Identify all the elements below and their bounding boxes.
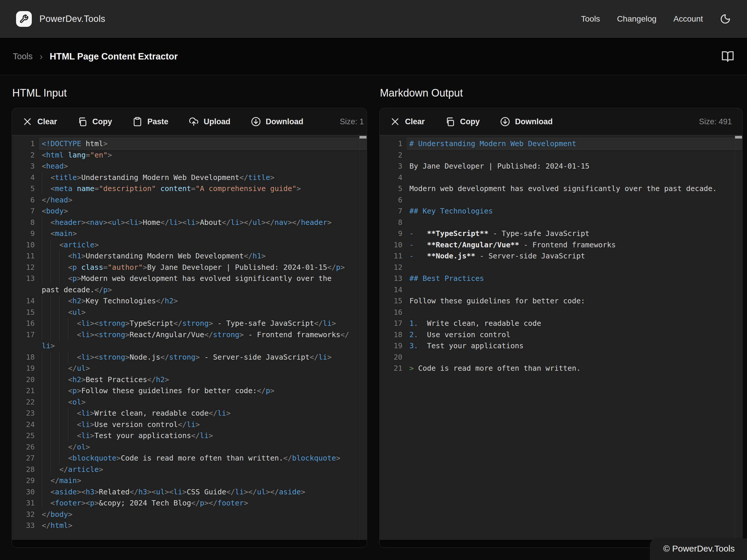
copy-button[interactable]: Copy <box>445 117 480 127</box>
wrench-icon <box>16 11 32 27</box>
line-number: 16 <box>380 307 403 318</box>
line-number: 13 <box>12 273 35 284</box>
indent-guide <box>42 453 50 464</box>
line-number: 18 <box>380 329 403 341</box>
clear-button[interactable]: Clear <box>390 117 425 127</box>
button-label: Upload <box>204 117 231 126</box>
code-line: 9- **TypeScript** - Type-safe JavaScript <box>380 228 742 239</box>
upload-button[interactable]: Upload <box>189 117 231 127</box>
nav-link-changelog[interactable]: Changelog <box>617 14 656 24</box>
line-number: 1 <box>380 138 403 150</box>
brand-name: PowerDev.Tools <box>40 14 105 24</box>
line-number: 16 <box>12 318 35 329</box>
scrollbar-track[interactable] <box>359 136 367 540</box>
clear-button[interactable]: Clear <box>23 117 57 127</box>
input-panel-footer <box>12 540 367 548</box>
line-content: <article> <box>42 239 99 251</box>
code-line: 33</html> <box>12 520 367 531</box>
line-number: 11 <box>380 250 403 262</box>
line-number: 4 <box>380 172 403 183</box>
code-line: 3By Jane Developer | Published: 2024-01-… <box>380 161 742 172</box>
scrollbar-thumb[interactable] <box>735 136 742 138</box>
line-content: <h2>Key Technologies</h2> <box>42 295 178 307</box>
line-content: </html> <box>42 520 72 531</box>
line-number: 30 <box>12 486 35 498</box>
output-panel-title: Markdown Output <box>380 87 743 99</box>
line-number: 2 <box>12 150 35 161</box>
code-line: 4<title>Understanding Modern Web Develop… <box>12 172 367 183</box>
line-number: 10 <box>380 239 403 251</box>
code-line: 28</article> <box>12 464 367 475</box>
indent-guide <box>59 408 68 419</box>
nav-link-tools[interactable]: Tools <box>581 14 600 24</box>
line-number: 20 <box>380 352 403 363</box>
button-label: Download <box>266 117 304 126</box>
line-content: <title>Understanding Modern Web Developm… <box>42 172 275 183</box>
line-number: 25 <box>12 430 35 442</box>
html-input-section: HTML Input ClearCopyPasteUploadDownloadS… <box>12 87 367 548</box>
breadcrumb-parent-link[interactable]: Tools <box>13 52 33 61</box>
indent-guide <box>59 442 68 453</box>
line-content: <h1>Understanding Modern Web Development… <box>42 250 266 262</box>
code-line: 3<head> <box>12 161 367 172</box>
button-label: Copy <box>460 117 480 126</box>
copy-button[interactable]: Copy <box>78 117 112 127</box>
code-line: 13## Best Practices <box>380 273 742 284</box>
line-content: <h2>Best Practices</h2> <box>42 374 169 385</box>
download-button[interactable]: Download <box>500 117 553 127</box>
code-line: 12<p class="author">By Jane Developer | … <box>12 262 367 273</box>
nav-link-account[interactable]: Account <box>673 14 703 24</box>
indent-guide <box>42 475 50 486</box>
line-number: 20 <box>12 374 35 385</box>
indent-guide <box>68 318 77 329</box>
line-number: 22 <box>12 397 35 408</box>
line-content: <head> <box>42 161 68 172</box>
book-open-icon[interactable] <box>721 50 734 63</box>
indent-guide <box>59 419 68 430</box>
line-number: 7 <box>380 206 403 217</box>
line-content: ## Best Practices <box>409 273 484 284</box>
indent-guide <box>42 363 50 374</box>
line-number: 8 <box>380 217 403 229</box>
line-content: <p>Follow these guidelines for better co… <box>42 385 275 397</box>
indent-guide <box>42 183 50 194</box>
moon-icon[interactable] <box>720 14 731 25</box>
indent-guide <box>50 363 59 374</box>
line-number <box>12 340 35 352</box>
indent-guide <box>59 262 68 273</box>
line-number: 5 <box>12 183 35 194</box>
code-line: 6 <box>380 194 742 206</box>
code-line: 29</main> <box>12 475 367 486</box>
line-content: By Jane Developer | Published: 2024-01-1… <box>409 161 589 172</box>
line-content: <meta name="description" content="A comp… <box>42 183 301 194</box>
download-button[interactable]: Download <box>251 117 304 127</box>
code-line: 23<li>Write clean, readable code</li> <box>12 408 367 419</box>
indent-guide <box>42 307 50 318</box>
indent-guide <box>59 430 68 442</box>
indent-guide <box>42 397 50 408</box>
indent-guide <box>42 239 50 251</box>
code-line: 5Modern web development has evolved sign… <box>380 183 742 194</box>
code-line: 8<header><nav><ul><li>Home</li><li>About… <box>12 217 367 229</box>
line-content: <li><strong>Node.js</strong> - Server-si… <box>42 352 332 363</box>
indent-guide <box>50 318 59 329</box>
html-input-editor[interactable]: 1<!DOCTYPE html>2<html lang="en">3<head>… <box>12 135 367 540</box>
chevron-right-icon: › <box>40 51 43 62</box>
paste-button[interactable]: Paste <box>132 117 169 127</box>
line-content: Modern web development has evolved signi… <box>409 183 717 194</box>
line-number: 10 <box>12 239 35 251</box>
code-line: 11- **Node.js** - Server-side JavaScript <box>380 250 742 262</box>
indent-guide <box>50 385 59 397</box>
line-content: </ul> <box>42 363 90 374</box>
code-line: 18<li><strong>Node.js</strong> - Server-… <box>12 352 367 363</box>
line-number: 9 <box>12 228 35 239</box>
markdown-output-editor[interactable]: 1# Understanding Modern Web Development2… <box>380 135 742 540</box>
indent-guide <box>42 262 50 273</box>
code-line: 20 <box>380 352 742 363</box>
line-number: 5 <box>380 183 403 194</box>
scrollbar-track[interactable] <box>735 136 742 540</box>
scrollbar-thumb[interactable] <box>360 136 366 138</box>
line-number: 26 <box>12 442 35 453</box>
indent-guide <box>59 453 68 464</box>
indent-guide <box>50 408 59 419</box>
